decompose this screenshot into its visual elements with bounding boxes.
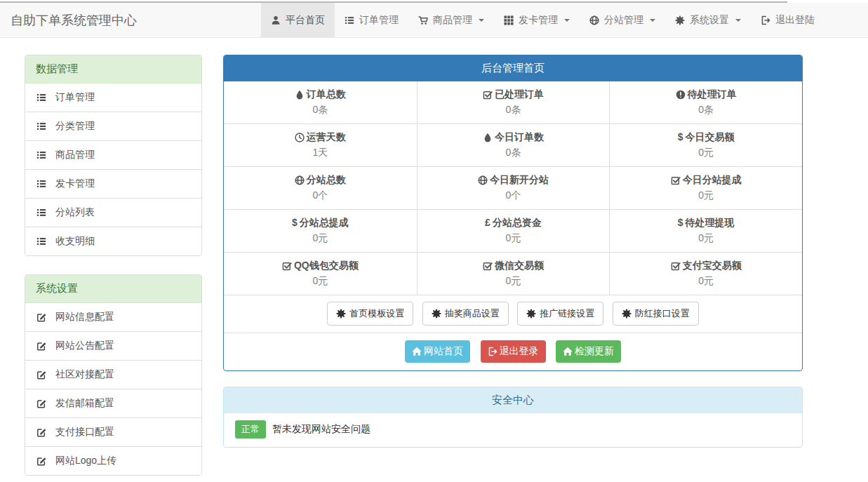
nav-order-management[interactable]: 订单管理 — [335, 3, 408, 37]
drop-icon — [295, 90, 305, 100]
stat-value: 0个 — [418, 189, 610, 202]
security-center-panel: 安全中心 正常 暂未发现网站安全问题 — [223, 387, 803, 448]
stat-value: 0元 — [610, 274, 802, 288]
top-navbar: 自助下单系统管理中心 平台首页 订单管理 商品管理 发卡管理 分站管理 系统设置 — [0, 3, 868, 38]
list-icon — [36, 150, 46, 160]
sidebar-item-community-connect-config[interactable]: 社区对接配置 — [25, 360, 201, 389]
nav-label: 平台首页 — [286, 14, 325, 27]
anti-block-api-settings-button[interactable]: 防红接口设置 — [613, 302, 699, 326]
stat-qq-wallet-amount: QQ钱包交易额 0元 — [224, 253, 417, 295]
sidebar-item-label: 订单管理 — [55, 91, 95, 104]
nav-label: 订单管理 — [359, 14, 399, 27]
sidebar-item-category-management[interactable]: 分类管理 — [25, 112, 201, 140]
nav-platform-home[interactable]: 平台首页 — [261, 3, 335, 37]
nav-label: 退出登陆 — [775, 14, 815, 27]
promo-link-settings-button[interactable]: 推广链接设置 — [517, 302, 603, 326]
globe-icon — [589, 15, 599, 25]
chevron-down-icon — [735, 19, 741, 22]
stat-total-substation-commission: $分站总提成 0元 — [224, 210, 417, 253]
user-icon — [271, 15, 281, 25]
nav-label: 分站管理 — [604, 14, 643, 27]
stat-today-transaction-amount: $今日交易额 0元 — [609, 124, 802, 167]
sidebar-item-label: 分站列表 — [55, 206, 95, 219]
admin-home-panel: 后台管理首页 订单总数 0条 已处理订单 0条 待处理订单 0条 运营天数 1天 — [223, 55, 803, 371]
sidebar-item-income-expense-detail[interactable]: 收支明细 — [25, 227, 201, 255]
nav-card-management[interactable]: 发卡管理 — [494, 3, 580, 37]
sidebar-item-site-announcement-config[interactable]: 网站公告配置 — [25, 331, 201, 360]
gear-icon — [336, 309, 346, 319]
nav-substation-management[interactable]: 分站管理 — [580, 3, 665, 37]
stat-value: 0元 — [418, 274, 610, 288]
gear-icon — [432, 309, 441, 319]
edit-icon — [36, 456, 46, 466]
sidebar-item-label: 发信邮箱配置 — [55, 397, 114, 410]
edit-icon — [36, 341, 46, 351]
sidebar-item-label: 网站Logo上传 — [55, 455, 116, 467]
dollar-icon: $ — [678, 216, 683, 229]
stat-total-orders: 订单总数 0条 — [224, 81, 417, 124]
home-template-settings-button[interactable]: 首页模板设置 — [327, 302, 413, 326]
sidebar-header-settings: 系统设置 — [25, 275, 201, 303]
sidebar-item-card-management[interactable]: 发卡管理 — [25, 169, 201, 198]
sidebar-item-order-management[interactable]: 订单管理 — [25, 83, 201, 112]
stat-value: 0元 — [224, 232, 417, 245]
check-square-icon — [671, 261, 681, 271]
cart-icon — [418, 15, 428, 25]
panel-title: 后台管理首页 — [224, 55, 802, 81]
clock-icon — [295, 133, 305, 142]
check-square-icon — [483, 261, 493, 271]
sign-out-icon — [488, 347, 498, 356]
quick-settings-row: 首页模板设置 抽奖商品设置 推广链接设置 防红接口设置 — [224, 295, 802, 333]
app-title: 自助下单系统管理中心 — [0, 3, 147, 37]
gear-icon — [675, 15, 685, 25]
chevron-down-icon — [479, 19, 484, 22]
drop-icon — [483, 133, 493, 142]
stat-today-orders: 今日订单数 0条 — [417, 124, 610, 167]
stat-value: 0元 — [610, 232, 802, 245]
edit-icon — [36, 370, 46, 380]
stat-alipay-amount: 支付宝交易额 0元 — [609, 253, 802, 295]
stat-value: 0条 — [610, 103, 802, 116]
stat-pending-withdrawals: $待处理提现 0元 — [609, 210, 802, 253]
stat-days-running: 运营天数 1天 — [224, 124, 417, 167]
globe-icon — [295, 175, 305, 185]
nav-system-settings[interactable]: 系统设置 — [665, 3, 751, 37]
security-panel-title: 安全中心 — [224, 387, 802, 413]
sidebar-item-product-management[interactable]: 商品管理 — [25, 140, 201, 169]
security-panel-body: 正常 暂未发现网站安全问题 — [224, 413, 802, 447]
sidebar-item-site-logo-upload[interactable]: 网站Logo上传 — [25, 446, 201, 475]
sidebar-item-label: 网站信息配置 — [55, 311, 114, 323]
stat-total-substations: 分站总数 0个 — [224, 167, 417, 210]
sidebar-item-site-info-config[interactable]: 网站信息配置 — [25, 303, 201, 331]
stat-value: 0条 — [418, 146, 610, 159]
stat-value: 0条 — [418, 103, 610, 116]
list-icon — [36, 179, 46, 189]
check-square-icon — [671, 175, 681, 185]
stats-grid: 订单总数 0条 已处理订单 0条 待处理订单 0条 运营天数 1天 今日订单数 — [224, 81, 802, 295]
home-icon — [563, 347, 573, 356]
top-nav: 平台首页 订单管理 商品管理 发卡管理 分站管理 系统设置 退出登陆 — [261, 3, 824, 37]
sidebar: 数据管理 订单管理 分类管理 商品管理 发卡管理 分站列表 — [25, 55, 202, 482]
stat-wechat-amount: 微信交易额 0元 — [417, 253, 610, 295]
grid-icon — [504, 15, 514, 25]
logout-button[interactable]: 退出登录 — [481, 340, 546, 363]
nav-logout[interactable]: 退出登陆 — [751, 3, 824, 37]
stat-value: 0元 — [610, 189, 802, 202]
security-message: 暂未发现网站安全问题 — [272, 423, 370, 436]
nav-product-management[interactable]: 商品管理 — [408, 3, 494, 37]
sidebar-item-substation-list[interactable]: 分站列表 — [25, 198, 201, 227]
dollar-icon: $ — [292, 216, 298, 229]
sidebar-item-label: 支付接口配置 — [55, 426, 114, 439]
sidebar-item-outgoing-mail-config[interactable]: 发信邮箱配置 — [25, 389, 201, 417]
nav-label: 商品管理 — [433, 14, 472, 27]
sidebar-item-label: 商品管理 — [55, 149, 95, 161]
lottery-product-settings-button[interactable]: 抽奖商品设置 — [422, 302, 509, 326]
edit-icon — [36, 427, 46, 437]
stat-pending-orders: 待处理订单 0条 — [609, 81, 802, 124]
sidebar-item-payment-api-config[interactable]: 支付接口配置 — [25, 417, 201, 446]
check-update-button[interactable]: 检测更新 — [556, 340, 621, 363]
edit-icon — [36, 399, 46, 408]
stat-total-substation-funds: £分站总资金 0元 — [417, 210, 610, 253]
site-home-button[interactable]: 网站首页 — [405, 340, 470, 363]
list-icon — [36, 236, 46, 246]
